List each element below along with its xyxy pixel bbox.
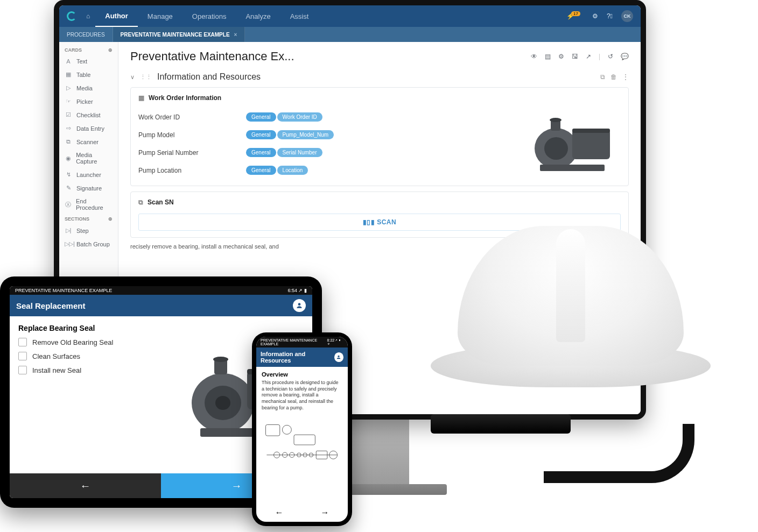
svg-rect-4 xyxy=(540,165,605,171)
card-type-label: Media xyxy=(76,85,93,91)
settings-gear-icon[interactable]: ⚙ xyxy=(592,12,598,20)
collapse-chevron-icon[interactable]: ∨ xyxy=(130,74,135,81)
card-type-label: Signature xyxy=(76,185,102,191)
tab-label: PREVENTATIVE MAINTENANCE EXAMPLE xyxy=(121,32,230,38)
action-divider: | xyxy=(599,53,600,60)
nav-analyze[interactable]: Analyze xyxy=(236,5,280,27)
checklist-label: Install new Seal xyxy=(32,366,81,374)
phone-next-button[interactable]: → xyxy=(302,503,348,522)
nav-author[interactable]: Author xyxy=(95,5,138,27)
user-avatar[interactable]: CK xyxy=(621,10,633,22)
checklist-item[interactable]: Remove Old Bearing Seal xyxy=(18,338,146,346)
card-title-label: Scan SN xyxy=(148,198,174,206)
sidebar-card-scanner[interactable]: ⧉Scanner xyxy=(59,135,118,148)
notifications-icon[interactable]: ⚡17 xyxy=(566,12,584,20)
copy-section-icon[interactable]: ⧉ xyxy=(600,73,605,81)
card-type-icon: A xyxy=(65,58,72,65)
tablet-status-right: 6:54 ↗ ▮ xyxy=(287,288,307,293)
sidebar-card-data-entry[interactable]: ⇨Data Entry xyxy=(59,122,118,135)
sidebar-card-checklist[interactable]: ☑Checklist xyxy=(59,108,118,122)
checklist-item[interactable]: Clean Surfaces xyxy=(18,352,146,360)
account-icon[interactable] xyxy=(334,352,343,362)
sidebar-card-table[interactable]: ▦Table xyxy=(59,68,118,81)
binding-pill-group[interactable]: General Serial Number xyxy=(246,148,322,157)
work-order-row[interactable]: Pump Serial Number General Serial Number xyxy=(138,144,515,161)
binding-value-pill: Pump_Model_Num xyxy=(277,130,334,139)
sidebar-card-signature[interactable]: ✎Signature xyxy=(59,181,118,195)
card-type-label: Scanner xyxy=(76,139,99,145)
close-icon[interactable]: × xyxy=(234,32,237,38)
open-external-icon[interactable]: ↗ xyxy=(586,53,591,60)
binding-pill-group[interactable]: General Pump_Model_Num xyxy=(246,130,334,139)
sidebar-card-launcher[interactable]: ↯Launcher xyxy=(59,168,118,181)
binding-value-pill: Location xyxy=(277,166,308,175)
section-menu-icon[interactable]: ⋮ xyxy=(622,73,629,81)
tab-open-procedure[interactable]: PREVENTATIVE MAINTENANCE EXAMPLE × xyxy=(113,27,245,42)
binding-pill-group[interactable]: General Location xyxy=(246,166,308,175)
card-type-icon: ↯ xyxy=(65,171,72,178)
sidebar-card-text[interactable]: AText xyxy=(59,55,118,68)
card-type-icon: ▦ xyxy=(65,71,72,78)
delete-section-icon[interactable]: 🗑 xyxy=(610,73,617,81)
sidebar-card-media-capture[interactable]: ◉Media Capture xyxy=(59,148,118,168)
procedure-title[interactable]: Preventative Maintenance Ex... xyxy=(130,49,294,63)
tablet-back-button[interactable]: ← xyxy=(10,473,161,498)
binding-value-pill: Serial Number xyxy=(277,148,322,157)
drag-handle-icon[interactable]: ⋮⋮ xyxy=(140,74,152,81)
card-type-label: Text xyxy=(76,58,87,65)
add-section-icon[interactable]: ⊕ xyxy=(108,216,113,222)
phone-status-bar: PREVENTATIVE MAINTENANCE EXAMPLE 8:22 ↗ … xyxy=(256,337,348,347)
svg-rect-3 xyxy=(572,129,610,133)
account-icon[interactable] xyxy=(293,299,306,312)
checkbox-icon[interactable] xyxy=(18,338,27,346)
help-icon[interactable]: ?⃝ xyxy=(607,12,613,20)
add-card-icon[interactable]: ⊕ xyxy=(108,47,113,53)
field-label: Pump Location xyxy=(138,167,246,174)
section-title[interactable]: Information and Resources xyxy=(157,72,261,82)
binding-scope-pill: General xyxy=(246,148,276,157)
nav-manage[interactable]: Manage xyxy=(138,5,183,27)
pump-image xyxy=(524,108,621,178)
save-icon[interactable]: 🖫 xyxy=(572,53,578,60)
history-icon[interactable]: ↺ xyxy=(608,53,613,60)
phone-exploded-diagram xyxy=(262,415,342,474)
checklist-label: Remove Old Bearing Seal xyxy=(32,338,113,346)
sidebar-card-end-procedure[interactable]: ⓧEnd Procedure xyxy=(59,195,118,214)
card-type-icon: ⓧ xyxy=(65,201,72,209)
svg-point-18 xyxy=(282,425,291,435)
field-label: Pump Serial Number xyxy=(138,149,246,157)
svg-point-16 xyxy=(338,356,340,357)
checklist-item[interactable]: Install new Seal xyxy=(18,366,146,374)
pump-3d-icon xyxy=(524,108,621,178)
phone-nav-footer: ← → xyxy=(256,503,348,522)
card-type-icon: ☑ xyxy=(65,111,72,118)
sidebar-section-batch-group[interactable]: ▷▷|Batch Group xyxy=(59,237,118,251)
card-type-icon: ⇨ xyxy=(65,125,72,132)
sidebar-card-picker[interactable]: ☞Picker xyxy=(59,95,118,108)
checkbox-icon[interactable] xyxy=(18,352,27,360)
tab-procedures-root[interactable]: PROCEDURES xyxy=(59,27,113,42)
svg-point-15 xyxy=(213,357,228,362)
binding-value-pill: Work Order ID xyxy=(277,112,322,122)
tablet-status-left: PREVENTATIVE MAINTENANCE EXAMPLE xyxy=(15,288,112,293)
sidebar-section-step[interactable]: ▷|Step xyxy=(59,224,118,237)
package-icon[interactable]: ▤ xyxy=(545,53,551,60)
card-type-icon: ▷ xyxy=(65,84,72,91)
gear-icon[interactable]: ⚙ xyxy=(558,53,564,60)
nav-operations[interactable]: Operations xyxy=(183,5,236,27)
sidebar-header-label: CARDS xyxy=(65,47,82,53)
phone-back-button[interactable]: ← xyxy=(256,503,302,522)
work-order-row[interactable]: Work Order ID General Work Order ID xyxy=(138,108,515,126)
work-order-row[interactable]: Pump Model General Pump_Model_Num xyxy=(138,126,515,144)
preview-icon[interactable]: 👁 xyxy=(531,53,537,60)
sidebar-card-media[interactable]: ▷Media xyxy=(59,81,118,95)
work-order-card[interactable]: ▦ Work Order Information Work Order ID G… xyxy=(130,87,629,186)
home-icon[interactable]: ⌂ xyxy=(86,12,90,20)
binding-pill-group[interactable]: General Work Order ID xyxy=(246,112,322,122)
comment-icon[interactable]: 💬 xyxy=(621,53,629,60)
nav-assist[interactable]: Assist xyxy=(280,5,319,27)
scan-button-label: SCAN xyxy=(377,218,396,226)
work-order-row[interactable]: Pump Location General Location xyxy=(138,161,515,179)
app-logo-icon xyxy=(67,11,76,21)
checkbox-icon[interactable] xyxy=(18,366,27,374)
